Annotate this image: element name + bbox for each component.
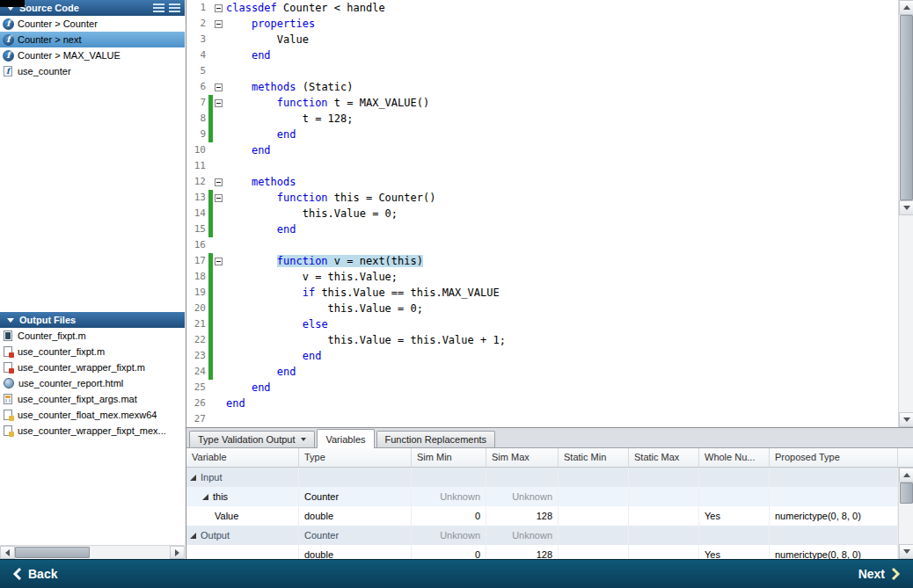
fold-toggle[interactable] xyxy=(213,20,223,28)
sidebar-horizontal-scrollbar[interactable] xyxy=(0,545,185,559)
column-header[interactable]: Sim Min xyxy=(412,448,486,467)
code-line-8[interactable]: 8 t = 128; xyxy=(186,111,898,127)
table-cell xyxy=(629,526,699,545)
scroll-up-button[interactable] xyxy=(899,468,913,483)
sort-view-icon[interactable] xyxy=(169,4,180,12)
group-row-output[interactable]: OutputCounterUnknownUnknown xyxy=(186,526,913,545)
fold-toggle[interactable] xyxy=(213,99,223,107)
coverage-bar xyxy=(208,206,213,221)
code-line-10[interactable]: 10 end xyxy=(186,142,898,158)
code-line-18[interactable]: 18 v = this.Value; xyxy=(186,269,898,285)
code-line-15[interactable]: 15 end xyxy=(186,221,898,237)
scroll-down-button[interactable] xyxy=(899,412,913,427)
code-line-16[interactable]: 16 xyxy=(186,237,898,253)
editor-lines: 1classdef Counter < handle2 properties3 … xyxy=(186,0,898,427)
code-line-24[interactable]: 24 end xyxy=(186,364,898,380)
output-file-item[interactable]: use_counter_wrapper_fixpt_mex... xyxy=(0,423,185,439)
code-editor[interactable]: 1classdef Counter < handle2 properties3 … xyxy=(186,0,913,427)
table-vertical-scrollbar[interactable] xyxy=(898,468,913,559)
column-header[interactable]: Type xyxy=(299,448,412,467)
group-row-input[interactable]: Input xyxy=(186,468,913,487)
variable-row[interactable]: double0128Yesnumerictype(0, 8, 0) xyxy=(186,545,913,559)
fold-toggle[interactable] xyxy=(213,83,223,91)
collapse-triangle-icon xyxy=(7,318,14,323)
code-line-5[interactable]: 5 xyxy=(186,63,898,79)
source-code-item[interactable]: Counter > MAX_VALUE xyxy=(0,47,185,63)
panel-tab-bar: Type Validation OutputVariablesFunction … xyxy=(186,428,913,448)
code-line-1[interactable]: 1classdef Counter < handle xyxy=(186,0,898,16)
output-file-item[interactable]: use_counter_wrapper_fixpt.m xyxy=(0,359,185,375)
fold-toggle[interactable] xyxy=(213,178,223,186)
next-button[interactable]: Next xyxy=(858,567,901,581)
code-line-9[interactable]: 9 end xyxy=(186,127,898,142)
table-cell: 0 xyxy=(412,506,486,526)
scroll-up-button[interactable] xyxy=(899,0,913,15)
variable-row[interactable]: Valuedouble0128Yesnumerictype(0, 8, 0) xyxy=(186,506,913,526)
output-file-item[interactable]: use_counter_fixpt.m xyxy=(0,344,185,359)
code-text: if this.Value == this.MAX_VALUE xyxy=(223,285,500,301)
source-code-item[interactable]: Counter > Counter xyxy=(0,16,185,32)
table-cell: 0 xyxy=(412,545,486,559)
scrollbar-thumb[interactable] xyxy=(900,483,913,504)
code-line-21[interactable]: 21 else xyxy=(186,316,898,332)
line-number: 3 xyxy=(186,32,206,47)
tab-type-validation-output[interactable]: Type Validation Output xyxy=(189,431,315,447)
variable-row[interactable]: thisCounterUnknownUnknown xyxy=(186,487,913,506)
column-header[interactable]: Whole Nu... xyxy=(699,448,770,467)
column-header[interactable]: Variable xyxy=(186,448,299,467)
scrollbar-thumb[interactable] xyxy=(15,547,90,558)
code-line-12[interactable]: 12 methods xyxy=(186,174,898,190)
dropdown-arrow-icon[interactable] xyxy=(301,438,306,441)
code-line-23[interactable]: 23 end xyxy=(186,348,898,364)
code-line-6[interactable]: 6 methods (Static) xyxy=(186,79,898,95)
code-line-19[interactable]: 19 if this.Value == this.MAX_VALUE xyxy=(186,285,898,301)
output-file-item[interactable]: Counter_fixpt.m xyxy=(0,328,185,344)
code-line-14[interactable]: 14 this.Value = 0; xyxy=(186,206,898,221)
column-header[interactable]: Static Max xyxy=(629,448,699,467)
code-line-17[interactable]: 17 function v = next(this) xyxy=(186,253,898,269)
expand-triangle-icon[interactable] xyxy=(190,533,196,539)
output-file-item[interactable]: use_counter_report.html xyxy=(0,375,185,391)
fold-toggle[interactable] xyxy=(213,258,223,265)
tab-function-replacements[interactable]: Function Replacements xyxy=(376,431,496,447)
expand-triangle-icon[interactable] xyxy=(202,494,208,500)
scrollbar-thumb[interactable] xyxy=(900,15,913,200)
source-code-item[interactable]: use_counter xyxy=(0,63,185,79)
table-cell: Yes xyxy=(699,545,770,559)
fold-toggle[interactable] xyxy=(213,194,223,202)
column-header[interactable]: Sim Max xyxy=(486,448,559,467)
item-label: use_counter_wrapper_fixpt_mex... xyxy=(18,425,166,436)
column-header[interactable]: Proposed Type xyxy=(770,448,898,467)
code-line-27[interactable]: 27 xyxy=(186,411,898,427)
output-file-item[interactable]: use_counter_fixpt_args.mat xyxy=(0,391,185,407)
scroll-left-button[interactable] xyxy=(0,546,15,559)
item-label: use_counter xyxy=(18,66,71,76)
tab-variables[interactable]: Variables xyxy=(317,429,374,448)
code-line-2[interactable]: 2 properties xyxy=(186,16,898,32)
fold-toggle[interactable] xyxy=(213,4,223,12)
back-button[interactable]: Back xyxy=(12,567,57,581)
code-line-11[interactable]: 11 xyxy=(186,158,898,174)
code-line-26[interactable]: 26end xyxy=(186,396,898,411)
next-label: Next xyxy=(858,567,885,581)
editor-vertical-scrollbar[interactable] xyxy=(898,0,913,427)
output-files-header[interactable]: Output Files xyxy=(0,312,185,328)
code-line-4[interactable]: 4 end xyxy=(186,47,898,63)
table-cell: 128 xyxy=(486,545,559,559)
code-line-25[interactable]: 25 end xyxy=(186,380,898,396)
scroll-down-button[interactable] xyxy=(899,544,913,559)
column-header[interactable]: Static Min xyxy=(559,448,629,467)
expand-triangle-icon[interactable] xyxy=(190,475,196,481)
code-line-20[interactable]: 20 this.Value = 0; xyxy=(186,301,898,316)
scroll-down-button[interactable] xyxy=(899,200,913,215)
output-file-item[interactable]: use_counter_float_mex.mexw64 xyxy=(0,407,185,423)
code-line-22[interactable]: 22 this.Value = this.Value + 1; xyxy=(186,332,898,348)
code-line-13[interactable]: 13 function this = Counter() xyxy=(186,190,898,206)
item-label: use_counter_wrapper_fixpt.m xyxy=(18,362,145,373)
source-code-item[interactable]: Counter > next xyxy=(0,32,185,47)
scroll-right-button[interactable] xyxy=(170,546,185,559)
source-code-header[interactable]: Source Code xyxy=(0,0,185,16)
code-line-3[interactable]: 3 Value xyxy=(186,32,898,47)
list-view-icon[interactable] xyxy=(153,4,164,12)
code-line-7[interactable]: 7 function t = MAX_VALUE() xyxy=(186,95,898,111)
